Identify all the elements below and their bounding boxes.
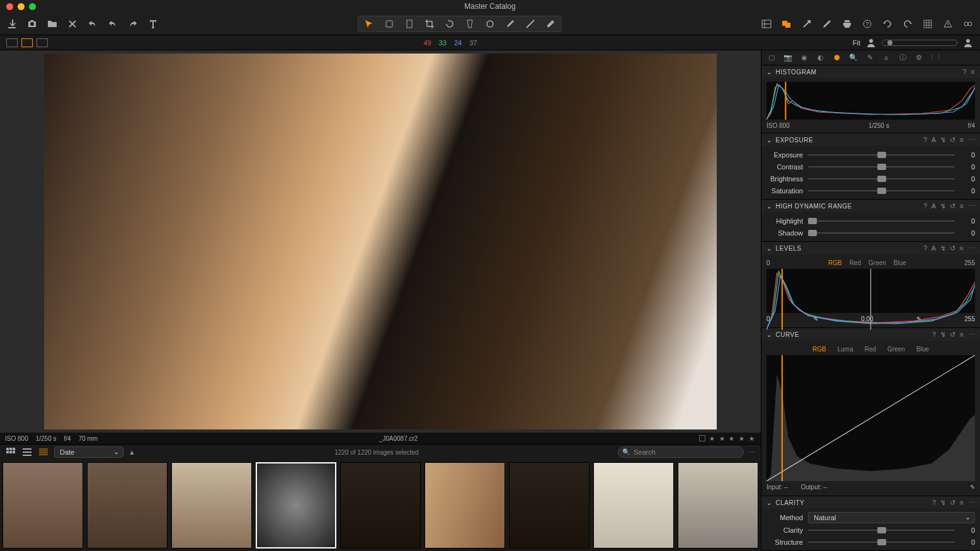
- help-icon[interactable]: ?: [962, 68, 967, 76]
- profile-icon[interactable]: [962, 37, 974, 48]
- curve-editor[interactable]: [766, 355, 975, 481]
- grid-icon[interactable]: [922, 18, 933, 30]
- exposure-tab-icon[interactable]: ⬢: [832, 53, 842, 63]
- saturation-slider[interactable]: [808, 190, 955, 191]
- histo-iso: ISO 800: [766, 122, 790, 129]
- export-icon[interactable]: [801, 18, 812, 30]
- sort-direction-icon[interactable]: ▲: [128, 448, 135, 456]
- lens-tab-icon[interactable]: ◉: [799, 53, 809, 63]
- chevron-down-icon[interactable]: ⌄: [766, 203, 772, 210]
- metadata-tab-icon[interactable]: ≡: [881, 53, 891, 63]
- help-icon[interactable]: ?: [862, 18, 873, 30]
- hand-icon[interactable]: [384, 18, 395, 30]
- import-icon[interactable]: [6, 18, 18, 30]
- gradient-icon[interactable]: [525, 18, 536, 30]
- highlight-slider[interactable]: [808, 220, 955, 222]
- curve-tab-red[interactable]: Red: [865, 346, 876, 353]
- star-rating[interactable]: ★ ★ ★ ★ ★: [709, 435, 756, 442]
- close-window-button[interactable]: [6, 3, 13, 10]
- curve-tab-rgb[interactable]: RGB: [812, 346, 826, 353]
- cw-icon[interactable]: [902, 18, 913, 30]
- fit-label[interactable]: Fit: [853, 39, 860, 47]
- chain-icon[interactable]: [962, 18, 974, 30]
- exposure-slider[interactable]: [808, 154, 955, 156]
- chevron-down-icon[interactable]: ⌄: [766, 331, 772, 338]
- edit-icon[interactable]: [821, 18, 833, 30]
- spot-icon[interactable]: [484, 18, 496, 30]
- user-icon[interactable]: [865, 37, 877, 48]
- color-tab-icon[interactable]: ◐: [816, 53, 826, 63]
- chevron-down-icon[interactable]: ⌄: [766, 499, 772, 506]
- pointer-icon[interactable]: [363, 18, 375, 30]
- split-view-button[interactable]: [37, 38, 48, 47]
- curve-picker-icon[interactable]: ✎: [970, 484, 975, 491]
- brightness-slider[interactable]: [808, 178, 955, 179]
- levels-histogram[interactable]: [766, 269, 975, 313]
- sort-dropdown[interactable]: Date: [54, 446, 123, 458]
- settings-tab-icon[interactable]: ⚙: [914, 53, 924, 63]
- output-tab-icon[interactable]: ⓘ: [897, 53, 908, 63]
- library-tab-icon[interactable]: ▢: [766, 53, 777, 63]
- redo-icon[interactable]: [127, 18, 139, 30]
- fullscreen-window-button[interactable]: [29, 3, 36, 10]
- image-viewer[interactable]: [0, 50, 761, 433]
- menu-icon[interactable]: ≡: [971, 68, 975, 76]
- thumbnail[interactable]: [424, 462, 505, 548]
- search-input[interactable]: Search: [618, 446, 744, 458]
- levels-tab-red[interactable]: Red: [850, 259, 861, 266]
- levels-tab-blue[interactable]: Blue: [894, 259, 906, 266]
- details-tab-icon[interactable]: 🔍: [848, 53, 858, 63]
- chevron-down-icon[interactable]: ⌄: [766, 245, 772, 252]
- compare-icon[interactable]: [781, 18, 792, 30]
- thumbnail[interactable]: [340, 462, 421, 548]
- keystone-icon[interactable]: [464, 18, 476, 30]
- warning-icon[interactable]: [942, 18, 954, 30]
- ccw-icon[interactable]: [882, 18, 893, 30]
- loupe-icon[interactable]: [404, 18, 415, 30]
- chevron-down-icon[interactable]: ⌄: [766, 137, 772, 144]
- eraser-icon[interactable]: [545, 18, 556, 30]
- color-tag[interactable]: [699, 435, 705, 441]
- chevron-down-icon[interactable]: ⌄: [766, 69, 772, 76]
- thumbnail[interactable]: [3, 462, 83, 548]
- curve-tab-luma[interactable]: Luma: [838, 346, 853, 353]
- thumbnail[interactable]: [509, 462, 590, 548]
- browser-menu-icon[interactable]: ⋯: [749, 448, 756, 457]
- thumbnail-selected[interactable]: [256, 462, 336, 548]
- folder-icon[interactable]: [47, 18, 58, 30]
- batch-tab-icon[interactable]: ⋮⋮: [930, 53, 940, 63]
- curve-tab-green[interactable]: Green: [887, 346, 905, 353]
- histogram-chart[interactable]: [766, 82, 975, 120]
- minimize-window-button[interactable]: [18, 3, 25, 10]
- undo-icon[interactable]: [87, 18, 98, 30]
- print-icon[interactable]: [841, 18, 853, 30]
- thumbnail[interactable]: [87, 462, 168, 548]
- single-view-button[interactable]: [21, 38, 33, 47]
- capture-tab-icon[interactable]: 📷: [783, 53, 793, 63]
- levels-tab-rgb[interactable]: RGB: [828, 259, 842, 266]
- method-dropdown[interactable]: Natural: [808, 512, 975, 523]
- delete-icon[interactable]: [67, 18, 78, 30]
- clarity-slider[interactable]: [808, 530, 955, 531]
- browser-filmstrip-icon[interactable]: [38, 446, 49, 458]
- layout-icon[interactable]: [761, 18, 772, 30]
- curve-tab-blue[interactable]: Blue: [916, 346, 929, 353]
- shadow-slider[interactable]: [808, 232, 955, 234]
- levels-tab-green[interactable]: Green: [869, 259, 886, 266]
- thumbnail[interactable]: [678, 462, 758, 548]
- brush-icon[interactable]: [504, 18, 516, 30]
- crop-icon[interactable]: [424, 18, 435, 30]
- contrast-slider[interactable]: [808, 166, 955, 168]
- grid-view-button[interactable]: [6, 38, 18, 47]
- adjust-tab-icon[interactable]: ✎: [865, 53, 875, 63]
- structure-slider[interactable]: [808, 542, 955, 543]
- camera-icon[interactable]: [26, 18, 38, 30]
- rotate-icon[interactable]: [444, 18, 455, 30]
- text-icon[interactable]: [147, 18, 159, 30]
- zoom-slider[interactable]: [882, 40, 957, 46]
- browser-grid-icon[interactable]: [5, 446, 16, 458]
- undo2-icon[interactable]: [107, 18, 118, 30]
- browser-list-icon[interactable]: [21, 446, 33, 458]
- thumbnail[interactable]: [171, 462, 252, 548]
- thumbnail[interactable]: [593, 462, 674, 548]
